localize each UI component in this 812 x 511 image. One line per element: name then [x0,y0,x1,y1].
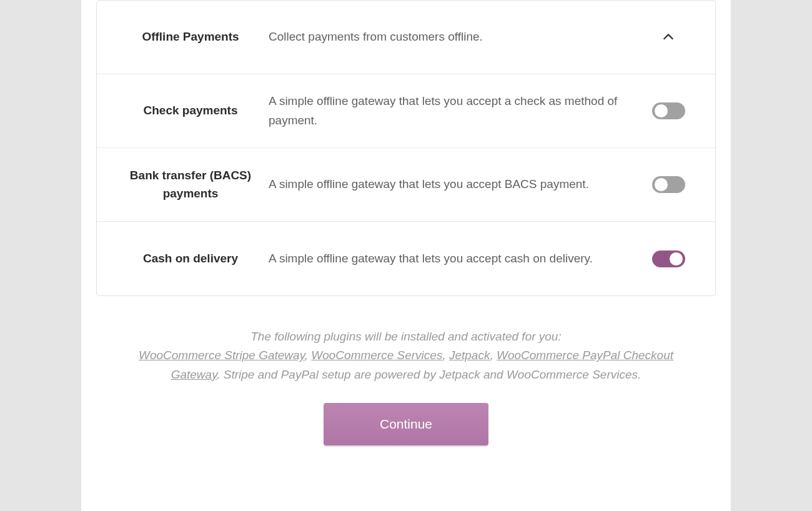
offline-payments-title: Offline Payments [119,28,262,46]
footer-intro: The following plugins will be installed … [250,330,561,343]
bacs-payments-title: Bank transfer (BACS) payments [119,167,262,202]
offline-payments-panel: Offline Payments Collect payments from c… [96,0,716,296]
check-payments-toggle[interactable] [652,102,685,119]
jetpack-link[interactable]: Jetpack [449,349,490,362]
cod-payments-toggle[interactable] [652,251,685,267]
cod-payments-description: A simple offline gateway that lets you a… [262,249,643,268]
footer-outro: . Stripe and PayPal setup are powered by… [217,368,641,381]
check-payments-title: Check payments [119,102,262,120]
stripe-gateway-link[interactable]: WooCommerce Stripe Gateway [139,349,305,362]
check-payments-description: A simple offline gateway that lets you a… [262,92,643,130]
offline-payments-description: Collect payments from customers offline. [262,27,643,46]
check-payments-row: Check payments A simple offline gateway … [97,74,715,148]
cod-payments-title: Cash on delivery [119,250,262,268]
footer-notice: The following plugins will be installed … [96,327,716,384]
bacs-payments-description: A simple offline gateway that lets you a… [262,175,643,194]
panel-header-row: Offline Payments Collect payments from c… [97,1,715,74]
cod-payments-row: Cash on delivery A simple offline gatewa… [97,222,715,295]
bacs-payments-row: Bank transfer (BACS) payments A simple o… [97,148,715,222]
continue-button[interactable]: Continue [324,403,488,445]
woocommerce-services-link[interactable]: WooCommerce Services [311,349,442,362]
bacs-payments-toggle[interactable] [652,176,685,193]
chevron-up-icon[interactable] [660,29,676,46]
